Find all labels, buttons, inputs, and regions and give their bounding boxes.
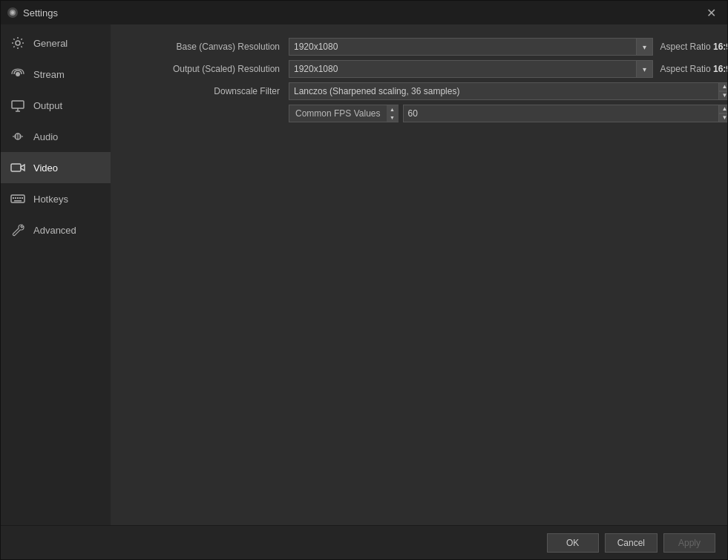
svg-rect-5 [12,101,24,108]
downscale-down[interactable]: ▼ [719,91,727,100]
base-resolution-control: 1920x1080 ▾ Aspect Ratio 16:9 [289,38,727,56]
svg-rect-7 [11,164,21,171]
fps-up[interactable]: ▲ [719,105,727,113]
downscale-row: Downscale Filter ▲ ▼ [125,82,727,100]
output-resolution-row: Output (Scaled) Resolution 1920x1080 ▾ A… [125,60,727,78]
sidebar-item-stream[interactable]: Stream [1,59,111,90]
output-icon [10,97,26,113]
downscale-label: Downscale Filter [125,86,289,96]
svg-rect-9 [13,197,14,199]
base-aspect-label: Aspect Ratio 16:9 [660,42,727,52]
sidebar-label-stream: Stream [33,69,65,80]
video-settings-grid: Base (Canvas) Resolution 1920x1080 ▾ Asp… [125,38,727,127]
apply-button[interactable]: Apply [663,533,715,553]
bottom-bar: OK Cancel Apply [1,525,727,559]
sidebar-item-audio[interactable]: Audio [1,121,111,152]
sidebar-label-hotkeys: Hotkeys [33,194,68,205]
svg-rect-11 [17,197,19,199]
fps-label-down[interactable]: ▼ [387,113,399,122]
gear-icon [10,35,26,51]
svg-rect-12 [19,197,21,199]
sidebar-item-advanced[interactable]: Advanced [1,214,111,246]
window-title: Settings [23,7,58,19]
svg-rect-13 [22,197,23,199]
downscale-input[interactable] [289,82,719,100]
cancel-button[interactable]: Cancel [605,533,658,553]
output-resolution-control: 1920x1080 ▾ Aspect Ratio 16:9 [289,60,727,78]
fps-row: Common FPS Values ▲ ▼ ▲ ▼ [125,105,727,122]
title-bar: Settings ✕ [1,1,727,24]
fps-label-up[interactable]: ▲ [387,105,399,113]
sidebar-item-hotkeys[interactable]: Hotkeys [1,183,111,214]
sidebar-item-output[interactable]: Output [1,90,111,121]
base-resolution-row: Base (Canvas) Resolution 1920x1080 ▾ Asp… [125,38,727,56]
sidebar-label-general: General [33,38,68,49]
fps-value-input[interactable] [403,105,720,122]
sidebar-item-video[interactable]: Video [1,152,111,183]
svg-rect-10 [15,197,16,199]
ok-button[interactable]: OK [547,533,599,553]
sidebar: General Stream [1,24,111,525]
output-resolution-arrow[interactable]: ▾ [637,60,653,78]
title-bar-left: Settings [7,7,58,19]
sidebar-label-output: Output [33,100,62,111]
fps-arrows: ▲ ▼ [387,105,399,122]
sidebar-label-video: Video [33,162,58,174]
output-aspect-label: Aspect Ratio 16:9 [660,64,727,74]
sidebar-label-advanced: Advanced [33,225,76,236]
base-resolution-dropdown-wrapper: 1920x1080 ▾ [289,38,653,56]
fps-value-spinners: ▲ ▼ [719,105,727,122]
fps-common-label[interactable]: Common FPS Values [289,105,387,122]
app-icon [7,7,19,19]
fps-down[interactable]: ▼ [719,113,727,122]
svg-point-2 [11,11,14,14]
wrench-icon [10,222,26,238]
keyboard-icon [10,191,26,207]
base-resolution-arrow[interactable]: ▾ [637,38,653,56]
settings-window: Settings ✕ General [0,0,728,560]
fps-stepper: Common FPS Values ▲ ▼ [289,105,399,122]
output-resolution-label: Output (Scaled) Resolution [125,64,289,74]
svg-point-3 [16,41,20,45]
base-resolution-select[interactable]: 1920x1080 [289,38,637,56]
sidebar-label-audio: Audio [33,131,58,142]
stream-icon [10,66,26,82]
content-area: General Stream [1,24,727,525]
sidebar-item-general[interactable]: General [1,27,111,59]
fps-control: Common FPS Values ▲ ▼ ▲ ▼ [289,105,727,122]
output-resolution-dropdown-wrapper: 1920x1080 ▾ [289,60,653,78]
downscale-control: ▲ ▼ [289,82,727,100]
close-button[interactable]: ✕ [701,5,721,20]
downscale-spinners: ▲ ▼ [719,82,727,100]
output-resolution-select[interactable]: 1920x1080 [289,60,637,78]
audio-icon [10,128,26,145]
downscale-wrapper: ▲ ▼ [289,82,727,100]
video-icon [10,159,26,176]
svg-rect-14 [14,200,22,202]
base-resolution-label: Base (Canvas) Resolution [125,42,289,52]
downscale-up[interactable]: ▲ [719,82,727,91]
main-panel: Base (Canvas) Resolution 1920x1080 ▾ Asp… [111,24,727,525]
svg-point-4 [16,72,20,76]
fps-value-wrapper: ▲ ▼ [403,105,728,122]
